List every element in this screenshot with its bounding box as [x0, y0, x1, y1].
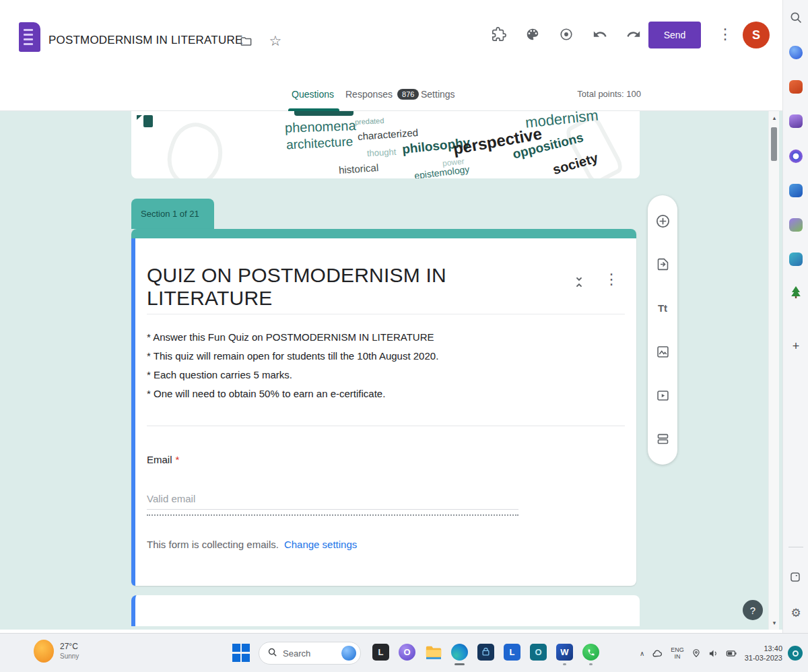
scroll-up-arrow[interactable]: ▴: [771, 114, 778, 121]
taskbar-app-dark[interactable]: L: [372, 643, 390, 661]
description-line: * Answer this Fun Quiz on POSTMODERNISM …: [147, 328, 605, 347]
sidebar-customize-icon[interactable]: [789, 571, 803, 584]
whatsapp-icon[interactable]: [582, 643, 600, 661]
running-app-dot: [563, 663, 566, 665]
start-button[interactable]: [232, 644, 250, 662]
redo-icon[interactable]: [625, 26, 642, 43]
running-app-dot: [589, 663, 593, 665]
sidebar-settings-icon[interactable]: ⚙: [789, 606, 803, 619]
add-ons-icon[interactable]: [490, 26, 508, 43]
tab-settings[interactable]: Settings: [421, 77, 455, 111]
sunny-weather-icon: [34, 640, 54, 663]
change-settings-link[interactable]: Change settings: [284, 539, 357, 550]
copilot-icon[interactable]: [789, 46, 803, 59]
taskbar-clock[interactable]: 13:4031-03-2023: [745, 644, 782, 663]
games-icon[interactable]: [789, 218, 803, 232]
scrollbar-thumb[interactable]: [771, 127, 777, 161]
add-video-icon[interactable]: [654, 387, 671, 403]
taskbar-search-box[interactable]: Search: [259, 642, 361, 665]
system-tray: ∧ ENGIN 13:4031-03-2023: [640, 634, 808, 672]
responses-count-badge: 876: [397, 89, 419, 100]
form-header-image[interactable]: phenomena predated modernism architectur…: [131, 111, 640, 178]
active-app-indicator: [454, 663, 465, 665]
cloud-word: epistemology: [413, 164, 470, 178]
tab-questions[interactable]: Questions: [292, 77, 334, 111]
outlook-tool-icon[interactable]: [789, 253, 803, 266]
shopping-icon[interactable]: [789, 80, 803, 94]
section-label-chip[interactable]: Section 1 of 21: [131, 199, 214, 229]
add-title-text-icon[interactable]: Tt: [654, 300, 671, 316]
required-asterisk: *: [176, 454, 180, 465]
next-question-card-partial[interactable]: [131, 595, 640, 626]
file-explorer-icon[interactable]: [424, 643, 442, 661]
designer-icon[interactable]: [789, 114, 803, 128]
account-avatar[interactable]: S: [743, 22, 770, 48]
sidebar-search-icon[interactable]: [789, 11, 803, 24]
add-image-icon[interactable]: [654, 343, 671, 360]
microsoft-store-icon[interactable]: [477, 643, 495, 661]
weather-widget[interactable]: 27°C Sunny: [34, 640, 79, 663]
title-field-underline: [147, 314, 625, 314]
undo-icon[interactable]: [591, 26, 609, 43]
tray-chevron-icon[interactable]: ∧: [640, 650, 644, 657]
form-description-input[interactable]: * Answer this Fun Quiz on POSTMODERNISM …: [147, 328, 605, 403]
browser-sidebar: + ⚙: [782, 0, 808, 633]
weather-condition: Sunny: [60, 652, 79, 660]
description-line: * This quiz will remain open for student…: [147, 347, 605, 366]
taskbar-app-loop[interactable]: O: [398, 643, 416, 661]
edge-browser-icon[interactable]: [450, 643, 469, 661]
tree-planting-icon[interactable]: [789, 285, 803, 299]
search-placeholder: Search: [283, 648, 341, 659]
onedrive-cloud-icon[interactable]: [652, 648, 663, 659]
send-button[interactable]: Send: [648, 22, 701, 48]
search-highlights-icon: [341, 646, 356, 661]
document-title[interactable]: POSTMODERNISM IN LITERATURE: [48, 34, 242, 47]
discover-ring-icon[interactable]: [789, 149, 803, 163]
google-forms-window: POSTMODERNISM IN LITERATURE ☆ Se: [0, 0, 808, 672]
cloud-word: characterized: [358, 127, 419, 141]
form-title-card[interactable]: QUIZ ON POSTMODERNISM IN LITERATURE ⋮ * …: [131, 229, 636, 586]
taskbar-apps: L O L O W: [372, 643, 600, 661]
word-app-icon[interactable]: W: [556, 643, 574, 661]
taskbar-app-teal-o[interactable]: O: [529, 643, 547, 661]
insert-toolbar: Tt: [648, 195, 677, 465]
form-editor-canvas: phenomena predated modernism architectur…: [0, 111, 782, 630]
email-field-underline: [147, 509, 518, 510]
tabs-bar: Questions Responses 876 Settings Total p…: [0, 77, 782, 111]
taskbar-app-blue-l[interactable]: L: [503, 643, 521, 661]
google-forms-logo[interactable]: [19, 22, 40, 52]
email-field-dotted-underline: [147, 514, 518, 516]
help-button[interactable]: ?: [743, 600, 763, 620]
collecting-emails-note: This form is collecting emails.Change se…: [147, 539, 357, 550]
add-question-icon[interactable]: [654, 213, 671, 229]
form-title-input[interactable]: QUIZ ON POSTMODERNISM IN LITERATURE: [147, 264, 564, 310]
cloud-word: historical: [339, 162, 379, 175]
card-more-options-icon[interactable]: ⋮: [604, 271, 617, 288]
card-selected-indicator: [131, 238, 135, 586]
page-scrollbar[interactable]: ▴ ▾: [768, 111, 779, 630]
tab-responses[interactable]: Responses 876: [345, 77, 419, 111]
notification-badge[interactable]: [788, 646, 803, 661]
header-image-top-bar: [294, 111, 354, 116]
customize-theme-icon[interactable]: [524, 26, 541, 43]
import-questions-icon[interactable]: [654, 257, 671, 273]
more-options-icon[interactable]: ⋮: [718, 26, 731, 43]
collapse-section-icon[interactable]: [570, 273, 588, 291]
language-indicator[interactable]: ENGIN: [671, 646, 684, 660]
weather-temperature: 27°C: [60, 642, 79, 651]
drop-icon[interactable]: [789, 184, 803, 197]
preview-icon[interactable]: [558, 26, 575, 43]
star-icon[interactable]: ☆: [267, 32, 284, 50]
location-icon[interactable]: [692, 648, 701, 658]
add-section-icon[interactable]: [654, 431, 671, 447]
search-icon: [267, 647, 277, 660]
header-image-corner-mark: [143, 115, 153, 127]
battery-icon[interactable]: [726, 648, 737, 659]
card-divider: [147, 426, 625, 426]
move-to-folder-icon[interactable]: [237, 32, 255, 50]
scroll-down-arrow[interactable]: ▾: [771, 619, 778, 626]
volume-icon[interactable]: [708, 648, 718, 659]
top-bar: POSTMODERNISM IN LITERATURE ☆ Se: [0, 0, 782, 77]
cloud-word: phenomena: [285, 119, 356, 135]
sidebar-add-icon[interactable]: +: [789, 339, 803, 353]
